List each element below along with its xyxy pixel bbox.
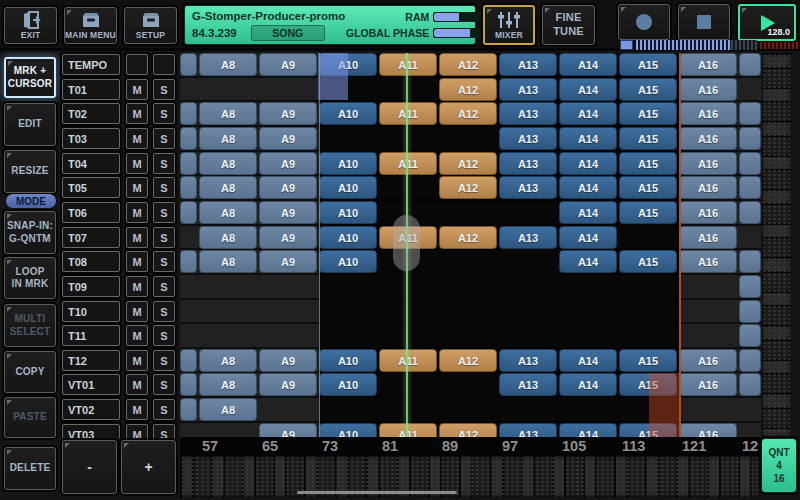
pattern-cell[interactable]: A15 xyxy=(619,152,677,175)
pattern-cell[interactable]: A12 xyxy=(439,78,497,101)
pattern-cell[interactable] xyxy=(180,127,197,150)
pattern-cell[interactable] xyxy=(739,300,761,323)
mixer-button[interactable]: MIXER xyxy=(483,5,535,45)
track-label-t03[interactable]: T03 xyxy=(62,128,120,149)
pattern-cell[interactable]: A8 xyxy=(199,373,257,396)
pattern-cell[interactable]: A12 xyxy=(439,423,497,437)
pattern-cell[interactable]: A9 xyxy=(259,373,317,396)
track-label-t05[interactable]: T05 xyxy=(62,177,120,198)
pattern-cell[interactable]: A12 xyxy=(439,349,497,372)
pattern-cell[interactable] xyxy=(739,324,761,347)
pattern-cell[interactable]: A9 xyxy=(259,152,317,175)
solo-button-vt03[interactable]: S xyxy=(153,424,175,438)
pattern-cell[interactable]: A9 xyxy=(259,53,317,76)
pattern-cell[interactable]: A11 xyxy=(379,152,437,175)
solo-button-t04[interactable]: S xyxy=(153,153,175,174)
main-menu-button[interactable]: MAIN MENU xyxy=(64,7,117,44)
pattern-cell[interactable]: A10 xyxy=(319,349,377,372)
pattern-cell[interactable]: A15 xyxy=(619,78,677,101)
pattern-cell[interactable]: A11 xyxy=(379,102,437,125)
pattern-cell[interactable] xyxy=(180,102,197,125)
track-label-t06[interactable]: T06 xyxy=(62,202,120,223)
pattern-cell[interactable]: A16 xyxy=(679,53,737,76)
horizontal-scrollbar[interactable] xyxy=(180,456,760,497)
mute-button-t06[interactable]: M xyxy=(126,202,148,223)
pattern-cell[interactable]: A9 xyxy=(259,102,317,125)
pattern-cell[interactable]: A13 xyxy=(499,226,557,249)
solo-button-t11[interactable]: S xyxy=(153,325,175,346)
pattern-cell[interactable]: A10 xyxy=(319,373,377,396)
pattern-cell[interactable]: A14 xyxy=(559,373,617,396)
pattern-cell[interactable]: A12 xyxy=(439,152,497,175)
zoom-out-button[interactable]: - xyxy=(62,440,117,494)
pattern-cell[interactable]: A9 xyxy=(259,423,317,437)
pattern-cell[interactable] xyxy=(739,250,761,273)
pattern-cell[interactable]: A16 xyxy=(679,373,737,396)
mute-button-t09[interactable]: M xyxy=(126,276,148,297)
solo-button-t06[interactable]: S xyxy=(153,202,175,223)
pattern-cell[interactable]: A16 xyxy=(679,226,737,249)
pattern-cell[interactable]: A9 xyxy=(259,226,317,249)
pattern-cell[interactable]: A8 xyxy=(199,53,257,76)
track-label-tempo[interactable]: TEMPO xyxy=(62,54,120,75)
pattern-cell[interactable]: A14 xyxy=(559,250,617,273)
pattern-cell[interactable]: A13 xyxy=(499,53,557,76)
pattern-cell[interactable]: A13 xyxy=(499,349,557,372)
pattern-cell[interactable]: A8 xyxy=(199,201,257,224)
pattern-cell[interactable]: A9 xyxy=(259,349,317,372)
pattern-cell[interactable] xyxy=(180,250,197,273)
pattern-cell[interactable]: A13 xyxy=(499,102,557,125)
pattern-cell[interactable]: A15 xyxy=(619,127,677,150)
pattern-cell[interactable]: A15 xyxy=(619,102,677,125)
track-label-t11[interactable]: T11 xyxy=(62,325,120,346)
fine-tune-button[interactable]: FINE TUNE xyxy=(542,5,595,45)
solo-button-t02[interactable]: S xyxy=(153,103,175,124)
pattern-cell[interactable]: A11 xyxy=(379,53,437,76)
vertical-scrollbar[interactable] xyxy=(762,53,791,437)
pattern-cell[interactable]: A10 xyxy=(319,102,377,125)
pattern-cell[interactable] xyxy=(180,398,197,421)
mute-button-t11[interactable]: M xyxy=(126,325,148,346)
pattern-cell[interactable] xyxy=(180,349,197,372)
record-button[interactable] xyxy=(618,4,670,40)
pattern-cell[interactable]: A8 xyxy=(199,349,257,372)
pattern-cell[interactable] xyxy=(739,373,761,396)
pattern-cell[interactable]: A13 xyxy=(499,78,557,101)
solo-button-t03[interactable]: S xyxy=(153,128,175,149)
solo-button-vt01[interactable]: S xyxy=(153,374,175,395)
pattern-cell[interactable]: A15 xyxy=(619,250,677,273)
track-label-t09[interactable]: T09 xyxy=(62,276,120,297)
pattern-cell[interactable]: A11 xyxy=(379,423,437,437)
solo-button-t08[interactable]: S xyxy=(153,251,175,272)
solo-button-t09[interactable]: S xyxy=(153,276,175,297)
solo-button-tempo[interactable] xyxy=(153,54,175,75)
mute-button-t03[interactable]: M xyxy=(126,128,148,149)
pattern-cell[interactable]: A13 xyxy=(499,373,557,396)
pattern-cell[interactable]: A15 xyxy=(619,53,677,76)
pattern-cell[interactable]: A14 xyxy=(559,102,617,125)
pattern-cell[interactable]: A16 xyxy=(679,423,737,437)
track-label-t01[interactable]: T01 xyxy=(62,79,120,100)
track-label-vt02[interactable]: VT02 xyxy=(62,399,120,420)
track-label-t12[interactable]: T12 xyxy=(62,350,120,371)
pattern-cell[interactable]: A14 xyxy=(559,349,617,372)
pattern-cell[interactable] xyxy=(739,127,761,150)
zoom-in-button[interactable]: + xyxy=(121,440,176,494)
pattern-cell[interactable]: A10 xyxy=(319,423,377,437)
pattern-cell[interactable] xyxy=(180,152,197,175)
pattern-cell[interactable]: A13 xyxy=(499,176,557,199)
pattern-cell[interactable]: A13 xyxy=(499,152,557,175)
track-label-vt01[interactable]: VT01 xyxy=(62,374,120,395)
pattern-cell[interactable]: A8 xyxy=(199,250,257,273)
solo-button-t10[interactable]: S xyxy=(153,301,175,322)
pattern-cell[interactable]: A16 xyxy=(679,102,737,125)
pattern-cell[interactable]: A14 xyxy=(559,226,617,249)
pattern-cell[interactable]: A16 xyxy=(679,250,737,273)
pattern-cell[interactable]: A10 xyxy=(319,201,377,224)
mute-button-t04[interactable]: M xyxy=(126,153,148,174)
pattern-cell[interactable]: A12 xyxy=(439,53,497,76)
pattern-cell[interactable] xyxy=(739,349,761,372)
pattern-cell[interactable]: A11 xyxy=(379,349,437,372)
pattern-cell[interactable] xyxy=(180,373,197,396)
pattern-cell[interactable]: A16 xyxy=(679,176,737,199)
